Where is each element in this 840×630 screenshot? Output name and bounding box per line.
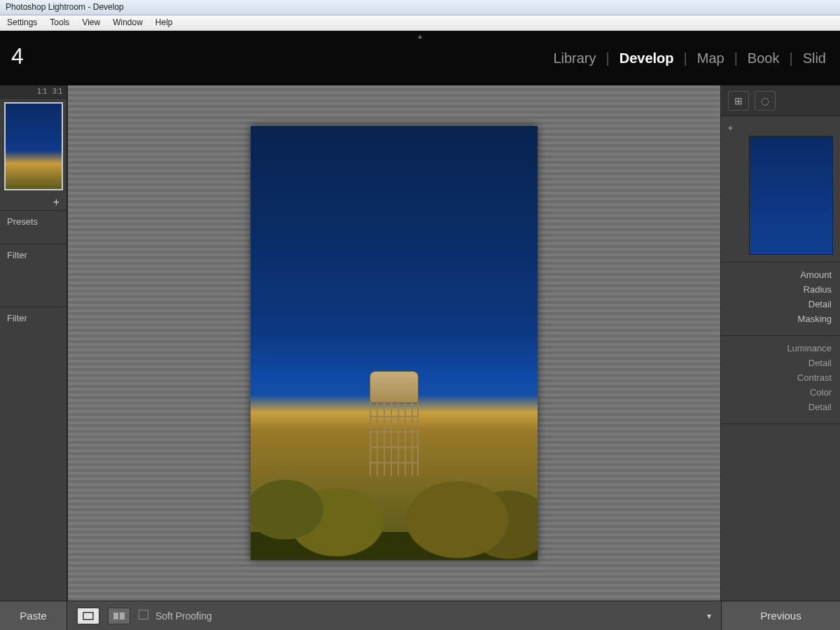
filter-panel-label: Filter [7, 250, 27, 260]
add-preset-button[interactable]: + [0, 195, 66, 210]
right-panel: ⊞ ◌ ⌖ Amount Radius Detail Masking Lumin… [721, 85, 840, 601]
detail-panel-preview: ⌖ [721, 116, 840, 262]
local-adjustment-toolstrip: ⊞ ◌ [721, 85, 840, 116]
module-separator: | [789, 50, 792, 66]
slider-detail-label[interactable]: Detail [729, 299, 832, 309]
slider-luminance-label[interactable]: Luminance [729, 343, 832, 354]
module-slideshow[interactable]: Slid [803, 50, 826, 66]
filter-panel-1[interactable]: Filter [0, 244, 66, 307]
noise-reduction-group: Luminance Detail Contrast Color Detail [721, 336, 840, 424]
workspace: 1:1 3:1 + Presets Filter Filter ⊞ ◌ [0, 85, 840, 601]
detail-zoom-thumbnail[interactable] [749, 136, 833, 255]
canvas-area[interactable] [67, 85, 721, 601]
navigator-header: 1:1 3:1 [0, 85, 66, 99]
photo-tower-legs [370, 402, 419, 476]
svg-rect-2 [120, 612, 125, 620]
toolbar-dropdown-icon[interactable]: ▾ [707, 611, 711, 621]
loupe-view-button[interactable] [77, 608, 99, 624]
svg-rect-1 [113, 612, 118, 620]
module-separator: | [684, 50, 687, 66]
module-develop[interactable]: Develop [620, 50, 674, 66]
compare-icon [113, 612, 125, 620]
module-separator: | [606, 50, 610, 66]
menu-window[interactable]: Window [113, 18, 143, 28]
left-panel: 1:1 3:1 + Presets Filter Filter [0, 85, 67, 601]
previous-button-label: Previous [760, 610, 801, 622]
slider-amount-label[interactable]: Amount [729, 270, 832, 280]
identity-version: 4 [11, 43, 24, 69]
checkbox-icon [139, 610, 148, 620]
navigator-thumbnail[interactable] [4, 102, 63, 190]
window-title: Photoshop Lightroom - Develop [6, 2, 124, 12]
slider-color-detail-label[interactable]: Detail [729, 402, 832, 412]
menu-tools[interactable]: Tools [50, 18, 69, 28]
sharpening-group: Amount Radius Detail Masking [721, 262, 840, 336]
photo-tower [370, 371, 419, 476]
bottom-toolbar: Paste Soft Proofing ▾ Previous [0, 601, 840, 630]
menu-help[interactable]: Help [155, 18, 173, 28]
loupe-icon [83, 612, 94, 620]
module-separator: | [734, 50, 738, 66]
window-titlebar: Photoshop Lightroom - Develop [0, 0, 840, 15]
view-mode-strip: Soft Proofing ▾ [67, 608, 721, 624]
slider-color-label[interactable]: Color [729, 387, 832, 398]
svg-rect-0 [83, 612, 93, 620]
presets-panel-label: Presets [7, 216, 38, 227]
paste-button[interactable]: Paste [0, 601, 67, 630]
compare-view-button[interactable] [108, 608, 130, 624]
paste-button-label: Paste [20, 610, 46, 622]
slider-lum-detail-label[interactable]: Detail [729, 358, 832, 368]
photo-tower-tank [370, 371, 419, 403]
module-map[interactable]: Map [697, 50, 724, 66]
crop-tool-icon[interactable]: ⊞ [728, 91, 749, 111]
plus-icon: + [53, 196, 59, 208]
filter-panel-2[interactable]: Filter [0, 307, 66, 370]
slider-contrast-label[interactable]: Contrast [729, 372, 832, 383]
app-menubar: Settings Tools View Window Help [0, 15, 840, 31]
previous-button[interactable]: Previous [721, 601, 840, 630]
spot-tool-icon[interactable]: ◌ [755, 91, 776, 111]
soft-proofing-toggle[interactable]: Soft Proofing [139, 610, 212, 622]
main-photo[interactable] [251, 126, 538, 560]
module-library[interactable]: Library [553, 50, 596, 66]
detail-target-icon[interactable]: ⌖ [728, 123, 833, 133]
collapse-top-icon[interactable]: ▲ [410, 32, 430, 39]
filter-panel-label: Filter [7, 313, 27, 323]
zoom-ratio-2[interactable]: 3:1 [52, 88, 62, 97]
presets-panel[interactable]: Presets [0, 210, 66, 244]
menu-settings[interactable]: Settings [7, 18, 37, 28]
menu-view[interactable]: View [82, 18, 100, 28]
module-book[interactable]: Book [748, 50, 780, 66]
slider-radius-label[interactable]: Radius [729, 284, 832, 295]
module-picker: Library | Develop | Map | Book | Slid [553, 50, 826, 66]
slider-masking-label[interactable]: Masking [729, 314, 832, 324]
zoom-ratio-1[interactable]: 1:1 [37, 88, 47, 97]
soft-proofing-label: Soft Proofing [155, 610, 212, 622]
identity-plate: 4 [11, 43, 24, 69]
top-module-bar: ▲ 4 Library | Develop | Map | Book | Sli… [0, 31, 840, 85]
